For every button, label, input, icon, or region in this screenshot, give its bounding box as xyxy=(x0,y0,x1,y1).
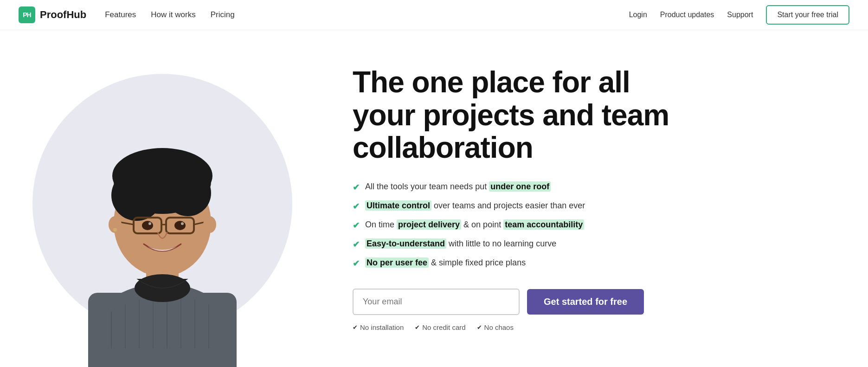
logo-icon: PH xyxy=(19,6,35,23)
header-right: Login Product updates Support Start your… xyxy=(629,5,849,25)
feature-item-2: ✔ Ultimate control over teams and projec… xyxy=(353,200,831,212)
check-small-1: ✔ xyxy=(353,324,358,331)
feature-text-3: On time project delivery & on point team… xyxy=(365,219,584,231)
logo-text: ProofHub xyxy=(40,9,86,21)
svg-rect-1 xyxy=(88,293,237,367)
feature-item-3: ✔ On time project delivery & on point te… xyxy=(353,219,831,232)
check-small-3: ✔ xyxy=(477,324,482,331)
feature-text-2: Ultimate control over teams and projects… xyxy=(365,200,585,212)
hero-person-image xyxy=(65,52,260,367)
nav-features[interactable]: Features xyxy=(105,10,136,19)
feature-item-4: ✔ Easy-to-understand with little to no l… xyxy=(353,238,831,251)
svg-point-18 xyxy=(203,216,216,233)
logo[interactable]: PH ProofHub xyxy=(19,6,86,23)
start-trial-button[interactable]: Start your free trial xyxy=(766,5,849,25)
check-icon-2: ✔ xyxy=(353,201,360,212)
get-started-button[interactable]: Get started for free xyxy=(527,289,644,315)
highlight-easy-to-understand: Easy-to-understand xyxy=(365,238,446,249)
feature-item-5: ✔ No per user fee & simple fixed price p… xyxy=(353,257,831,270)
meta-no-credit-card: ✔ No credit card xyxy=(415,323,465,331)
highlight-under-one-roof: under one roof xyxy=(489,181,551,192)
feature-text-4: Easy-to-understand with little to no lea… xyxy=(365,238,556,250)
feature-text-5: No per user fee & simple fixed price pla… xyxy=(365,257,526,269)
login-link[interactable]: Login xyxy=(629,11,647,19)
feature-item-1: ✔ All the tools your team needs put unde… xyxy=(353,181,831,193)
check-icon-1: ✔ xyxy=(353,182,360,193)
check-icon-4: ✔ xyxy=(353,239,360,251)
features-list: ✔ All the tools your team needs put unde… xyxy=(353,181,831,270)
highlight-no-per-user-fee: No per user fee xyxy=(365,258,429,268)
svg-point-15 xyxy=(148,222,151,225)
svg-point-13 xyxy=(142,221,153,230)
check-icon-5: ✔ xyxy=(353,258,360,270)
check-icon-3: ✔ xyxy=(353,220,360,232)
main-navigation: Features How it works Pricing xyxy=(105,10,234,19)
product-updates-link[interactable]: Product updates xyxy=(660,11,714,19)
highlight-team-accountability: team accountability xyxy=(503,219,584,230)
hero-heading: The one place for all your projects and … xyxy=(353,66,831,164)
highlight-project-delivery: project delivery xyxy=(397,219,461,230)
nav-pricing[interactable]: Pricing xyxy=(211,10,235,19)
nav-how-it-works[interactable]: How it works xyxy=(151,10,195,19)
hero-image-area xyxy=(0,30,325,367)
meta-no-installation: ✔ No installation xyxy=(353,323,404,331)
svg-point-19 xyxy=(113,228,117,232)
site-header: PH ProofHub Features How it works Pricin… xyxy=(0,0,868,30)
main-content: The one place for all your projects and … xyxy=(0,30,868,367)
check-small-2: ✔ xyxy=(415,324,420,331)
cta-meta: ✔ No installation ✔ No credit card ✔ No … xyxy=(353,323,831,331)
cta-area: Get started for free xyxy=(353,289,831,315)
email-input[interactable] xyxy=(353,289,520,315)
svg-point-16 xyxy=(181,222,184,225)
hero-text-area: The one place for all your projects and … xyxy=(325,38,868,359)
support-link[interactable]: Support xyxy=(727,11,753,19)
svg-point-14 xyxy=(174,221,186,230)
highlight-ultimate-control: Ultimate control xyxy=(365,200,431,211)
meta-no-chaos: ✔ No chaos xyxy=(477,323,514,331)
feature-text-1: All the tools your team needs put under … xyxy=(365,181,551,193)
